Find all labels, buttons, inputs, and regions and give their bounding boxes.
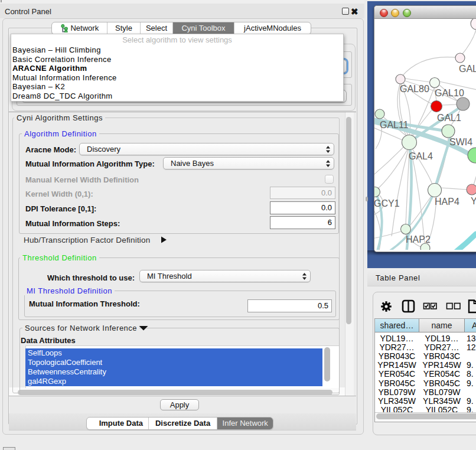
svg-text:YN: YN — [471, 196, 476, 206]
svg-text:GAL4: GAL4 — [409, 151, 433, 161]
svg-text:HAP4: HAP4 — [435, 197, 459, 207]
svg-text:GAL10: GAL10 — [435, 88, 464, 98]
svg-text:GAL11: GAL11 — [380, 120, 409, 130]
svg-text:GCY1: GCY1 — [374, 198, 400, 208]
svg-text:HAP2: HAP2 — [406, 234, 431, 244]
svg-text:SWI4: SWI4 — [449, 137, 472, 147]
svg-text:GAL1: GAL1 — [437, 113, 461, 123]
svg-text:GAL80: GAL80 — [400, 84, 429, 94]
svg-text:GAL7: GAL7 — [459, 64, 476, 74]
